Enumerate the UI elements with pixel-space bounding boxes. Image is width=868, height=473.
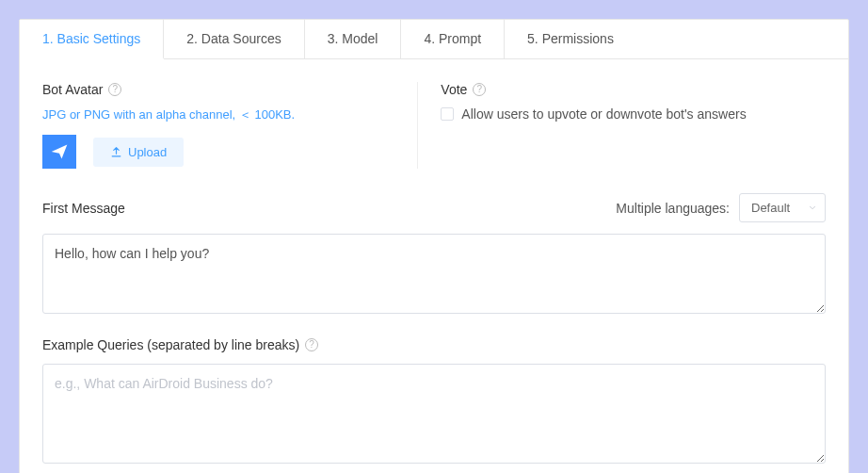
avatar-label: Bot Avatar <box>42 82 103 97</box>
vote-checkbox-row: Allow users to upvote or downvote bot's … <box>441 106 826 122</box>
help-icon[interactable]: ? <box>108 83 121 96</box>
upload-button[interactable]: Upload <box>93 138 184 167</box>
languages-label: Multiple languages: <box>616 201 730 216</box>
example-label: Example Queries (separated by line break… <box>42 337 299 352</box>
first-message-label: First Message <box>42 201 125 216</box>
vote-label: Vote <box>441 82 467 97</box>
help-icon[interactable]: ? <box>473 83 486 96</box>
vote-label-row: Vote ? <box>441 82 826 97</box>
tab-basic-settings[interactable]: 1. Basic Settings <box>20 20 164 59</box>
help-icon[interactable]: ? <box>305 338 318 351</box>
top-row: Bot Avatar ? JPG or PNG with an alpha ch… <box>42 82 826 186</box>
first-message-header: First Message Multiple languages: Defaul… <box>42 193 826 222</box>
avatar-hint: JPG or PNG with an alpha channel, ＜ 100K… <box>42 106 398 123</box>
chevron-down-icon <box>808 201 817 215</box>
tab-prompt[interactable]: 4. Prompt <box>401 20 505 58</box>
upload-label: Upload <box>128 145 167 159</box>
tabs-bar: 1. Basic Settings 2. Data Sources 3. Mod… <box>20 20 848 59</box>
languages-row: Multiple languages: Default <box>616 193 826 222</box>
settings-card: 1. Basic Settings 2. Data Sources 3. Mod… <box>19 19 849 473</box>
paper-plane-icon <box>50 142 69 161</box>
first-message-input[interactable] <box>42 234 826 314</box>
languages-select[interactable]: Default <box>739 193 826 222</box>
tab-content: Bot Avatar ? JPG or PNG with an alpha ch… <box>20 59 848 473</box>
vote-checkbox[interactable] <box>441 107 454 121</box>
languages-selected: Default <box>751 201 790 215</box>
upload-icon <box>110 146 122 158</box>
tab-permissions[interactable]: 5. Permissions <box>505 20 636 58</box>
example-queries-input[interactable] <box>42 364 826 464</box>
tab-model[interactable]: 3. Model <box>305 20 402 58</box>
vote-checkbox-label: Allow users to upvote or downvote bot's … <box>461 106 746 122</box>
avatar-row: Upload <box>42 135 398 169</box>
tab-data-sources[interactable]: 2. Data Sources <box>164 20 304 58</box>
avatar-preview[interactable] <box>42 135 76 169</box>
vote-section: Vote ? Allow users to upvote or downvote… <box>418 82 826 169</box>
example-section: Example Queries (separated by line break… <box>42 337 826 466</box>
avatar-section: Bot Avatar ? JPG or PNG with an alpha ch… <box>42 82 418 169</box>
avatar-label-row: Bot Avatar ? <box>42 82 398 97</box>
example-label-row: Example Queries (separated by line break… <box>42 337 826 352</box>
